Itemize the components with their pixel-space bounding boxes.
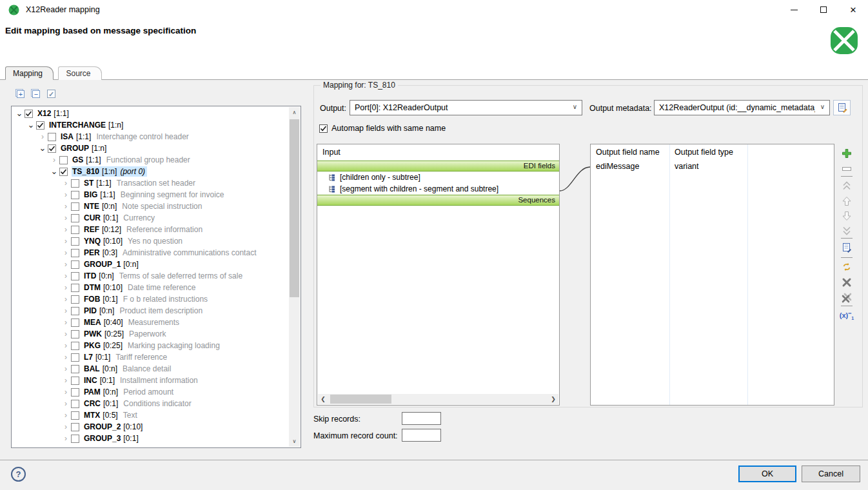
tab-mapping[interactable]: Mapping	[5, 66, 54, 80]
tree-row-itd[interactable]: ›ITD[0:n]Terms of sale deferred terms of…	[12, 270, 289, 282]
expand-closed-icon[interactable]: ›	[61, 399, 71, 408]
tree-checkbox[interactable]	[71, 411, 79, 420]
tree-checkbox[interactable]	[71, 388, 79, 397]
expand-closed-icon[interactable]: ›	[61, 179, 71, 188]
check-all-button[interactable]: ✓	[46, 88, 55, 98]
scroll-down-icon[interactable]: ∨	[289, 436, 300, 447]
tree-row-ts_810[interactable]: ⌄TS_810[1:n](port 0)	[12, 166, 289, 177]
expand-closed-icon[interactable]: ›	[49, 155, 59, 164]
expand-closed-icon[interactable]: ›	[61, 318, 71, 327]
scrollbar-thumb[interactable]	[330, 395, 391, 404]
expand-closed-icon[interactable]: ›	[61, 237, 71, 246]
expand-open-icon[interactable]: ⌄	[26, 122, 36, 128]
expand-closed-icon[interactable]: ›	[61, 271, 71, 280]
scroll-right-icon[interactable]: ❯	[548, 394, 558, 404]
expand-closed-icon[interactable]: ›	[61, 329, 71, 338]
tree-checkbox[interactable]	[71, 191, 79, 199]
tree-checkbox[interactable]	[71, 435, 79, 443]
expand-closed-icon[interactable]: ›	[61, 295, 71, 304]
tree-checkbox[interactable]	[48, 144, 56, 153]
move-top-button[interactable]	[841, 180, 853, 191]
tree-row-interchange[interactable]: ⌄INTERCHANGE[1:n]	[12, 119, 289, 131]
tree-checkbox[interactable]	[71, 377, 79, 385]
expand-open-icon[interactable]: ⌄	[49, 168, 59, 175]
edit-metadata-button[interactable]	[833, 100, 851, 115]
tree-row-isa[interactable]: ›ISA[1:1]Interchange control header	[12, 131, 289, 142]
tree-row-group_2[interactable]: ›GROUP_2[0:10]	[12, 421, 289, 433]
expand-closed-icon[interactable]: ›	[61, 248, 71, 257]
move-up-button[interactable]	[841, 195, 853, 207]
output-port-select[interactable]: Port[0]: X12ReaderOutput ∨	[350, 100, 582, 115]
tree-row-cur[interactable]: ›CUR[0:1]Currency	[12, 212, 289, 224]
tree-checkbox[interactable]	[59, 156, 68, 164]
tree-checkbox[interactable]	[71, 226, 79, 234]
tree-row-ref[interactable]: ›REF[0:12]Reference information	[12, 224, 289, 235]
scroll-up-icon[interactable]: ∧	[289, 107, 300, 118]
expand-closed-icon[interactable]: ›	[61, 283, 71, 292]
expand-closed-icon[interactable]: ›	[37, 132, 48, 141]
input-item[interactable]: [children only - subtree]	[317, 172, 559, 183]
tab-source[interactable]: Source	[58, 66, 101, 80]
maximize-button[interactable]	[809, 0, 838, 19]
tree-row-fob[interactable]: ›FOB[0:1]F o b related instructions	[12, 293, 289, 305]
automap-checkbox[interactable]: Automap fields with same name	[319, 124, 446, 133]
help-button[interactable]: ?	[11, 467, 26, 482]
tree-row-st[interactable]: ›ST[1:1]Transaction set header	[12, 177, 289, 189]
output-metadata-select[interactable]: X12ReaderOutput (id:__dynamic_metadata_X…	[654, 100, 830, 115]
expand-closed-icon[interactable]: ›	[61, 353, 71, 362]
expand-closed-icon[interactable]: ›	[61, 434, 71, 443]
expand-closed-icon[interactable]: ›	[61, 341, 71, 350]
expand-closed-icon[interactable]: ›	[61, 225, 71, 234]
expand-open-icon[interactable]: ⌄	[37, 145, 48, 152]
scroll-left-icon[interactable]: ❮	[318, 394, 328, 404]
tree-checkbox[interactable]	[71, 353, 79, 362]
tree-checkbox[interactable]	[71, 179, 79, 188]
tree-checkbox[interactable]	[71, 237, 79, 246]
cancel-button[interactable]: Cancel	[802, 466, 860, 482]
add-button[interactable]	[841, 148, 853, 159]
tree-row-l7[interactable]: ›L7[0:1]Tariff reference	[12, 351, 289, 363]
automap-button[interactable]	[841, 261, 853, 273]
expand-open-icon[interactable]: ⌄	[14, 110, 25, 117]
tree-row-big[interactable]: ›BIG[1:1]Beginning segment for invoice	[12, 189, 289, 201]
tree-checkbox[interactable]	[25, 110, 33, 118]
tree-vertical-scrollbar[interactable]: ∧ ∨	[289, 107, 300, 447]
output-table-row[interactable]: ediMessagevariant	[591, 160, 834, 173]
tree-checkbox[interactable]	[71, 214, 79, 222]
tree-checkbox[interactable]	[71, 318, 79, 327]
tree-checkbox[interactable]	[71, 260, 79, 269]
expand-closed-icon[interactable]: ›	[61, 202, 71, 211]
tree-row-gs[interactable]: ›GS[1:1]Functional group header	[12, 154, 289, 166]
tree-checkbox[interactable]	[71, 342, 79, 350]
expand-closed-icon[interactable]: ›	[61, 260, 71, 269]
tree-row-pkg[interactable]: ›PKG[0:25]Marking packaging loading	[12, 340, 289, 351]
expand-closed-icon[interactable]: ›	[61, 364, 71, 373]
tree-row-nte[interactable]: ›NTE[0:n]Note special instruction	[12, 201, 289, 212]
expand-closed-icon[interactable]: ›	[61, 306, 71, 315]
expand-closed-icon[interactable]: ›	[61, 411, 71, 420]
input-item[interactable]: [segment with children - segment and sub…	[317, 183, 559, 195]
tree-checkbox[interactable]	[71, 330, 79, 338]
tree-row-x12[interactable]: ⌄X12[1:1]	[12, 108, 289, 119]
remove-all-mappings-button[interactable]	[841, 292, 853, 304]
expand-closed-icon[interactable]: ›	[61, 190, 71, 199]
tree-row-group_1[interactable]: ›GROUP_1[0:n]	[12, 259, 289, 270]
close-button[interactable]: ✕	[838, 0, 868, 19]
tree-row-group[interactable]: ⌄GROUP[1:n]	[12, 142, 289, 154]
collapse-all-button[interactable]: −	[30, 88, 40, 98]
tree-row-ynq[interactable]: ›YNQ[0:10]Yes no question	[12, 235, 289, 247]
tree-row-crc[interactable]: ›CRC[0:1]Conditions indicator	[12, 398, 289, 409]
tree-row-mtx[interactable]: ›MTX[0:5]Text	[12, 409, 289, 421]
tree-row-group_3[interactable]: ›GROUP_3[0:1]	[12, 433, 289, 444]
expand-all-button[interactable]: +	[15, 88, 25, 98]
tree-checkbox[interactable]	[71, 365, 79, 373]
tree-checkbox[interactable]	[71, 295, 79, 304]
tree-checkbox[interactable]	[71, 249, 79, 257]
tree-row-pid[interactable]: ›PID[0:n]Product item description	[12, 305, 289, 317]
tree-row-bal[interactable]: ›BAL[0:n]Balance detail	[12, 363, 289, 375]
tree-row-mea[interactable]: ›MEA[0:40]Measurements	[12, 317, 289, 328]
remove-button[interactable]	[841, 163, 853, 175]
tree-checkbox[interactable]	[71, 423, 79, 431]
expand-closed-icon[interactable]: ›	[61, 376, 71, 385]
move-bottom-button[interactable]	[841, 225, 853, 237]
